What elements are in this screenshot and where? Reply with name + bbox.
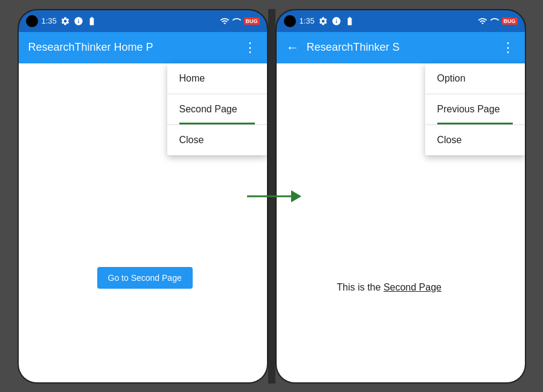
wifi-icon — [220, 16, 230, 26]
phone-1-content: Home Second Page Close Go to Second Page — [19, 63, 267, 382]
app-title-1: ResearchThinker Home P — [28, 41, 153, 54]
second-page-body: This is the Second Page — [337, 282, 442, 293]
status-right-1: BUG — [220, 16, 260, 26]
app-title-2: ResearchThinker S — [307, 41, 400, 54]
status-bar-2: 1:35 BUG — [277, 10, 525, 32]
second-page-link[interactable]: Second Page — [384, 282, 442, 292]
phone-1: 1:35 BUG ResearchThinker Home P ⋮ — [18, 9, 268, 384]
settings-icon-2 — [318, 16, 328, 26]
debug-badge-1: BUG — [244, 18, 260, 25]
menu-item-close-1[interactable]: Close — [167, 125, 267, 155]
dropdown-menu-1: Home Second Page Close — [167, 63, 267, 155]
settings-icon — [60, 16, 70, 26]
menu-icon-1[interactable]: ⋮ — [243, 40, 257, 56]
menu-item-second-page[interactable]: Second Page — [167, 94, 267, 124]
wifi-icon-2 — [478, 16, 487, 26]
back-button[interactable]: ← — [286, 40, 300, 56]
debug-badge-2: BUG — [502, 18, 518, 25]
navigation-arrow — [244, 184, 304, 208]
battery-icon-2 — [345, 16, 355, 26]
phone-2: 1:35 BUG ← ResearchThinker S ⋮ Opti — [275, 9, 526, 384]
body-text: This is the — [337, 282, 381, 292]
time-1: 1:35 — [42, 16, 57, 25]
menu-item-close-2[interactable]: Close — [425, 125, 525, 155]
goto-second-page-button[interactable]: Go to Second Page — [97, 267, 193, 289]
time-2: 1:35 — [300, 16, 315, 25]
dropdown-menu-2: Option Previous Page Close — [425, 63, 525, 155]
menu-header-option: Option — [425, 63, 525, 94]
signal-icon-2 — [490, 16, 500, 26]
app-bar-1: ResearchThinker Home P ⋮ — [19, 32, 267, 63]
menu-item-previous-page[interactable]: Previous Page — [425, 94, 525, 124]
camera-icon-2 — [284, 15, 296, 27]
phone-2-content: Option Previous Page Close This is the S… — [277, 63, 525, 382]
menu-item-home[interactable]: Home — [167, 63, 267, 94]
svg-marker-1 — [291, 190, 301, 202]
status-bar-1: 1:35 BUG — [19, 10, 267, 32]
info-icon-2 — [332, 16, 341, 26]
info-icon — [74, 16, 83, 26]
status-right-2: BUG — [478, 16, 518, 26]
signal-icon — [232, 16, 242, 26]
camera-icon — [26, 15, 38, 27]
app-bar-2: ← ResearchThinker S ⋮ — [277, 32, 525, 63]
battery-icon — [87, 16, 97, 26]
menu-icon-2[interactable]: ⋮ — [501, 40, 515, 56]
